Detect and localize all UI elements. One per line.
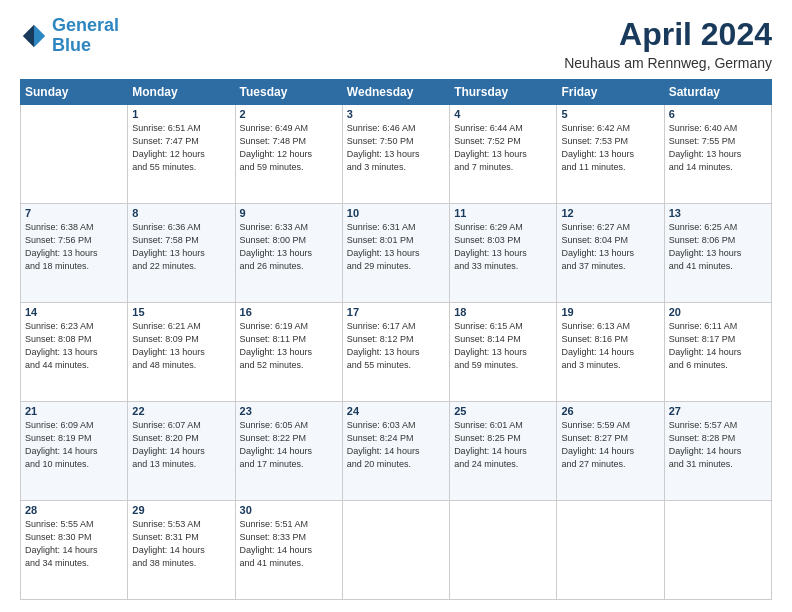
calendar-cell: 8Sunrise: 6:36 AMSunset: 7:58 PMDaylight… — [128, 204, 235, 303]
calendar-cell: 13Sunrise: 6:25 AMSunset: 8:06 PMDayligh… — [664, 204, 771, 303]
col-header-saturday: Saturday — [664, 80, 771, 105]
col-header-wednesday: Wednesday — [342, 80, 449, 105]
day-info: Sunrise: 5:57 AMSunset: 8:28 PMDaylight:… — [669, 419, 767, 471]
day-number: 23 — [240, 405, 338, 417]
calendar-cell: 23Sunrise: 6:05 AMSunset: 8:22 PMDayligh… — [235, 402, 342, 501]
svg-marker-0 — [34, 25, 45, 36]
day-number: 17 — [347, 306, 445, 318]
svg-marker-1 — [23, 25, 34, 36]
month-title: April 2024 — [564, 16, 772, 53]
day-number: 22 — [132, 405, 230, 417]
day-number: 28 — [25, 504, 123, 516]
day-number: 20 — [669, 306, 767, 318]
day-number: 11 — [454, 207, 552, 219]
day-number: 6 — [669, 108, 767, 120]
day-info: Sunrise: 6:25 AMSunset: 8:06 PMDaylight:… — [669, 221, 767, 273]
logo-icon — [20, 22, 48, 50]
day-info: Sunrise: 5:59 AMSunset: 8:27 PMDaylight:… — [561, 419, 659, 471]
day-info: Sunrise: 6:44 AMSunset: 7:52 PMDaylight:… — [454, 122, 552, 174]
day-number: 10 — [347, 207, 445, 219]
day-number: 2 — [240, 108, 338, 120]
calendar: SundayMondayTuesdayWednesdayThursdayFrid… — [20, 79, 772, 600]
day-info: Sunrise: 6:27 AMSunset: 8:04 PMDaylight:… — [561, 221, 659, 273]
col-header-tuesday: Tuesday — [235, 80, 342, 105]
day-info: Sunrise: 6:15 AMSunset: 8:14 PMDaylight:… — [454, 320, 552, 372]
week-row-3: 14Sunrise: 6:23 AMSunset: 8:08 PMDayligh… — [21, 303, 772, 402]
calendar-cell — [450, 501, 557, 600]
day-info: Sunrise: 6:49 AMSunset: 7:48 PMDaylight:… — [240, 122, 338, 174]
calendar-cell: 3Sunrise: 6:46 AMSunset: 7:50 PMDaylight… — [342, 105, 449, 204]
col-header-sunday: Sunday — [21, 80, 128, 105]
day-info: Sunrise: 6:01 AMSunset: 8:25 PMDaylight:… — [454, 419, 552, 471]
calendar-header-row: SundayMondayTuesdayWednesdayThursdayFrid… — [21, 80, 772, 105]
calendar-cell — [342, 501, 449, 600]
calendar-cell: 2Sunrise: 6:49 AMSunset: 7:48 PMDaylight… — [235, 105, 342, 204]
page: General Blue April 2024 Neuhaus am Rennw… — [0, 0, 792, 612]
col-header-friday: Friday — [557, 80, 664, 105]
day-info: Sunrise: 6:05 AMSunset: 8:22 PMDaylight:… — [240, 419, 338, 471]
day-info: Sunrise: 6:07 AMSunset: 8:20 PMDaylight:… — [132, 419, 230, 471]
day-number: 15 — [132, 306, 230, 318]
day-info: Sunrise: 6:42 AMSunset: 7:53 PMDaylight:… — [561, 122, 659, 174]
calendar-cell: 12Sunrise: 6:27 AMSunset: 8:04 PMDayligh… — [557, 204, 664, 303]
calendar-cell: 1Sunrise: 6:51 AMSunset: 7:47 PMDaylight… — [128, 105, 235, 204]
calendar-cell: 30Sunrise: 5:51 AMSunset: 8:33 PMDayligh… — [235, 501, 342, 600]
calendar-cell: 20Sunrise: 6:11 AMSunset: 8:17 PMDayligh… — [664, 303, 771, 402]
calendar-cell: 17Sunrise: 6:17 AMSunset: 8:12 PMDayligh… — [342, 303, 449, 402]
day-info: Sunrise: 6:51 AMSunset: 7:47 PMDaylight:… — [132, 122, 230, 174]
calendar-cell: 26Sunrise: 5:59 AMSunset: 8:27 PMDayligh… — [557, 402, 664, 501]
day-info: Sunrise: 6:13 AMSunset: 8:16 PMDaylight:… — [561, 320, 659, 372]
calendar-cell: 21Sunrise: 6:09 AMSunset: 8:19 PMDayligh… — [21, 402, 128, 501]
day-info: Sunrise: 6:38 AMSunset: 7:56 PMDaylight:… — [25, 221, 123, 273]
logo: General Blue — [20, 16, 119, 56]
day-number: 5 — [561, 108, 659, 120]
day-number: 8 — [132, 207, 230, 219]
calendar-cell: 27Sunrise: 5:57 AMSunset: 8:28 PMDayligh… — [664, 402, 771, 501]
week-row-4: 21Sunrise: 6:09 AMSunset: 8:19 PMDayligh… — [21, 402, 772, 501]
calendar-cell: 18Sunrise: 6:15 AMSunset: 8:14 PMDayligh… — [450, 303, 557, 402]
header: General Blue April 2024 Neuhaus am Rennw… — [20, 16, 772, 71]
location-subtitle: Neuhaus am Rennweg, Germany — [564, 55, 772, 71]
day-number: 16 — [240, 306, 338, 318]
calendar-cell: 25Sunrise: 6:01 AMSunset: 8:25 PMDayligh… — [450, 402, 557, 501]
calendar-cell: 7Sunrise: 6:38 AMSunset: 7:56 PMDaylight… — [21, 204, 128, 303]
day-info: Sunrise: 6:46 AMSunset: 7:50 PMDaylight:… — [347, 122, 445, 174]
day-number: 19 — [561, 306, 659, 318]
day-info: Sunrise: 5:55 AMSunset: 8:30 PMDaylight:… — [25, 518, 123, 570]
week-row-1: 1Sunrise: 6:51 AMSunset: 7:47 PMDaylight… — [21, 105, 772, 204]
calendar-cell — [21, 105, 128, 204]
day-number: 4 — [454, 108, 552, 120]
day-number: 29 — [132, 504, 230, 516]
day-number: 30 — [240, 504, 338, 516]
day-number: 25 — [454, 405, 552, 417]
day-info: Sunrise: 6:19 AMSunset: 8:11 PMDaylight:… — [240, 320, 338, 372]
day-info: Sunrise: 6:29 AMSunset: 8:03 PMDaylight:… — [454, 221, 552, 273]
calendar-cell — [557, 501, 664, 600]
calendar-cell: 19Sunrise: 6:13 AMSunset: 8:16 PMDayligh… — [557, 303, 664, 402]
col-header-thursday: Thursday — [450, 80, 557, 105]
day-info: Sunrise: 6:40 AMSunset: 7:55 PMDaylight:… — [669, 122, 767, 174]
day-info: Sunrise: 5:51 AMSunset: 8:33 PMDaylight:… — [240, 518, 338, 570]
day-number: 26 — [561, 405, 659, 417]
calendar-cell: 5Sunrise: 6:42 AMSunset: 7:53 PMDaylight… — [557, 105, 664, 204]
calendar-cell: 22Sunrise: 6:07 AMSunset: 8:20 PMDayligh… — [128, 402, 235, 501]
week-row-2: 7Sunrise: 6:38 AMSunset: 7:56 PMDaylight… — [21, 204, 772, 303]
week-row-5: 28Sunrise: 5:55 AMSunset: 8:30 PMDayligh… — [21, 501, 772, 600]
day-number: 7 — [25, 207, 123, 219]
col-header-monday: Monday — [128, 80, 235, 105]
day-number: 1 — [132, 108, 230, 120]
day-number: 24 — [347, 405, 445, 417]
day-info: Sunrise: 6:09 AMSunset: 8:19 PMDaylight:… — [25, 419, 123, 471]
day-number: 18 — [454, 306, 552, 318]
calendar-cell: 15Sunrise: 6:21 AMSunset: 8:09 PMDayligh… — [128, 303, 235, 402]
day-info: Sunrise: 6:36 AMSunset: 7:58 PMDaylight:… — [132, 221, 230, 273]
calendar-cell: 6Sunrise: 6:40 AMSunset: 7:55 PMDaylight… — [664, 105, 771, 204]
calendar-cell: 14Sunrise: 6:23 AMSunset: 8:08 PMDayligh… — [21, 303, 128, 402]
title-area: April 2024 Neuhaus am Rennweg, Germany — [564, 16, 772, 71]
day-info: Sunrise: 6:31 AMSunset: 8:01 PMDaylight:… — [347, 221, 445, 273]
day-number: 21 — [25, 405, 123, 417]
day-number: 14 — [25, 306, 123, 318]
day-number: 9 — [240, 207, 338, 219]
day-info: Sunrise: 6:03 AMSunset: 8:24 PMDaylight:… — [347, 419, 445, 471]
calendar-cell: 11Sunrise: 6:29 AMSunset: 8:03 PMDayligh… — [450, 204, 557, 303]
